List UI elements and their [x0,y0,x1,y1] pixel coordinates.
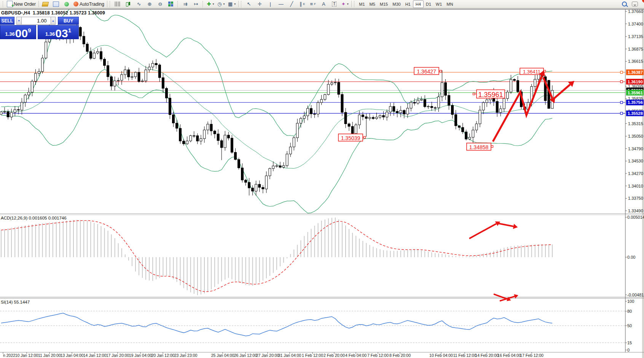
svg-text:14 Jan 12:00: 14 Jan 12:00 [83,353,107,358]
price-annotation[interactable]: 1.34858 [467,143,491,150]
autotrading-button[interactable]: AutoTrading [72,0,106,8]
cursor-tool-button[interactable]: ↖ [244,0,254,8]
one-click-trading-panel: SELL ▼ ▲ BUY 1.36 00 9 1.36 03 1 [0,17,79,39]
svg-text:80: 80 [627,309,632,313]
svg-text:17 Feb 12:00: 17 Feb 12:00 [520,353,544,358]
arrows-tool-icon: ✦ [341,2,346,6]
buy-price[interactable]: 1.36 03 1 [38,25,79,39]
vertical-line-tool-button[interactable]: | [265,0,276,8]
timeframe-M30[interactable]: M30 [390,1,403,8]
periods-button[interactable]: ◷▾ [216,0,226,8]
trend-arrow[interactable] [469,221,500,239]
zoom-in-button[interactable]: ⊕ [144,0,155,8]
timeframe-D1[interactable]: D1 [424,1,434,8]
text-tool-button[interactable]: A [318,0,329,8]
zoom-out-button[interactable]: ⊖ [155,0,166,8]
gold-icon [42,2,49,6]
chart-shift-button[interactable]: ↦ [191,0,201,8]
buy-button[interactable]: BUY [58,17,79,25]
terminal-window: + New Order AutoTrading ∿ ⊕ ⊖ ⇉ ↦ ✚▾ ◷▾ … [0,0,644,358]
fibonacci-icon: ≡ [310,2,313,6]
indicators-button[interactable]: ✚▾ [205,0,216,8]
zoom-out-icon: ⊖ [158,2,163,6]
signals-button[interactable] [61,0,72,8]
text-tool-icon: A [322,2,325,6]
new-chart-window-button[interactable] [51,0,61,8]
trend-arrow[interactable] [498,223,518,229]
svg-text:11 Jan 20:00: 11 Jan 20:00 [38,353,61,358]
timeframe-M15[interactable]: M15 [378,1,390,8]
volume-increase-button[interactable]: ▲ [51,17,56,25]
svg-text:1.34858: 1.34858 [469,144,489,150]
time-axis[interactable]: n 202210 Jan 12:0011 Jan 20:0013 Jan 04:… [3,352,544,358]
timeframe-H4[interactable]: H4 [413,0,424,8]
channel-icon: ∥ [300,2,302,6]
price-annotation[interactable]: 1.36427 [414,67,439,75]
svg-text:10 Feb 04:00: 10 Feb 04:00 [429,353,453,358]
notifications-button[interactable]: 1 [630,0,640,8]
price-annotation[interactable]: 1.35039 [338,134,363,141]
timeframe-M1[interactable]: M1 [357,1,367,8]
svg-text:1.35050: 1.35050 [628,134,643,138]
new-order-button[interactable]: + New Order [5,0,37,8]
svg-text:11 Feb 12:00: 11 Feb 12:00 [453,353,476,358]
svg-text:17 Jan 20:00: 17 Jan 20:00 [106,353,129,358]
svg-text:20 Jan 12:00: 20 Jan 12:00 [151,353,175,358]
search-button[interactable] [619,0,630,8]
timeframe-W1[interactable]: W1 [434,1,445,8]
autotrading-icon [73,2,78,6]
volume-input[interactable] [22,17,51,25]
price-annotation[interactable]: 1.35961 [477,90,505,99]
label-tool-button[interactable]: T [329,0,340,8]
price-axis[interactable]: 1.376601.374001.371351.368751.366151.360… [620,10,644,213]
timeframe-H1[interactable]: H1 [403,1,413,8]
ohlc-values: 1.35818 1.36052 1.35723 1.36009 [33,10,105,16]
svg-text:1.36875: 1.36875 [628,47,643,51]
chat-icon [632,2,638,6]
svg-text:ACD(12,26,9) 0.001605 0.001746: ACD(12,26,9) 0.001605 0.001746 [1,216,67,220]
bar-chart-icon [115,2,120,6]
horizontal-line-tool-button[interactable]: ― [276,0,286,8]
tile-windows-button[interactable] [166,0,176,8]
svg-text:23 Jan 23:00: 23 Jan 23:00 [174,353,198,358]
arrows-tool-button[interactable]: ✦▾ [340,0,350,8]
svg-text:1.34530: 1.34530 [628,159,643,163]
fibonacci-tool-button[interactable]: ≡F [308,0,318,8]
svg-text:7 Feb 12:00: 7 Feb 12:00 [367,353,389,358]
svg-text:4 Feb 04:00: 4 Feb 04:00 [345,353,367,358]
candlestick-chart-button[interactable] [123,0,134,8]
crosshair-tool-button[interactable]: ✛ [254,0,265,8]
svg-text:1.35039: 1.35039 [341,135,360,141]
svg-text:1 Feb 12:00: 1 Feb 12:00 [302,353,323,358]
new-order-icon: + [7,1,13,7]
chart-area[interactable]: 1.376601.374001.371351.368751.366151.360… [0,10,644,358]
svg-text:1.37135: 1.37135 [628,34,643,39]
signal-icon [64,2,69,6]
volume-decrease-button[interactable]: ▼ [16,17,22,25]
zoom-in-icon: ⊕ [148,2,152,6]
bar-chart-button[interactable] [112,0,123,8]
new-order-label: New Order [14,2,36,7]
sell-button[interactable]: SELL [0,17,14,25]
periods-icon: ◷ [217,2,222,6]
timeframe-MN[interactable]: MN [444,1,455,8]
svg-text:1.36427: 1.36427 [417,68,436,75]
trendline-tool-button[interactable]: ╱ [286,0,297,8]
trend-arrow[interactable] [553,81,574,100]
macd-pane [1,218,552,295]
cursor-icon: ↖ [247,2,251,6]
sell-price[interactable]: 1.36 00 9 [0,25,36,39]
svg-text:50: 50 [627,323,632,328]
svg-text:25 Jan 04:00: 25 Jan 04:00 [211,353,234,358]
svg-text:1.36387: 1.36387 [628,70,643,75]
auto-scroll-button[interactable]: ⇉ [180,0,191,8]
autotrading-label: AutoTrading [80,2,104,7]
svg-text:31 Jan 04:00: 31 Jan 04:00 [278,353,301,358]
svg-text:100: 100 [627,299,634,304]
chart-shift-icon: ↦ [194,2,198,6]
depth-of-market-button[interactable] [40,0,51,8]
channel-tool-button[interactable]: ∥E [297,0,308,8]
templates-button[interactable]: ▦▾ [226,0,237,8]
line-chart-button[interactable]: ∿ [134,0,144,8]
timeframe-M5[interactable]: M5 [367,1,378,8]
